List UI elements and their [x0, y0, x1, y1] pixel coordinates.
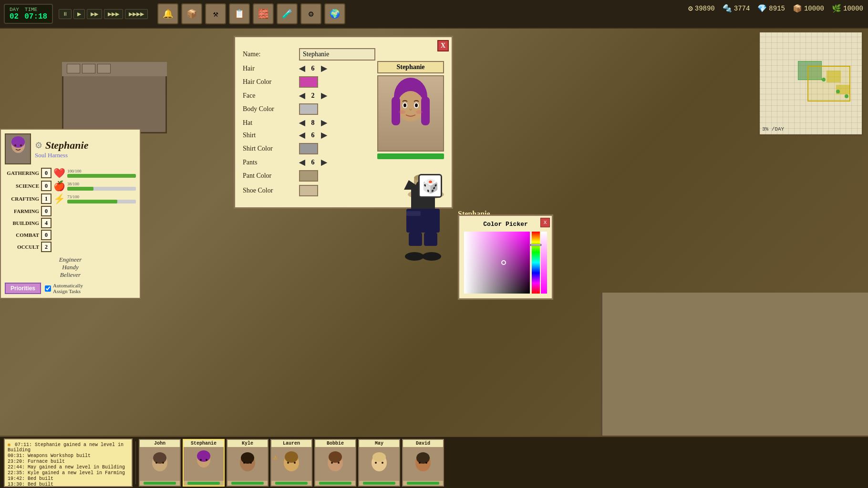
color-picker-controls	[464, 232, 547, 294]
gears-icon: ⚙	[688, 4, 693, 13]
bricks-icon[interactable]: 🧱	[253, 3, 274, 24]
dice-button[interactable]: 🎲	[418, 174, 442, 198]
face-prev-btn[interactable]: ◀	[299, 91, 305, 100]
dialog-close-btn[interactable]: X	[437, 40, 449, 51]
chest-icon[interactable]: 📦	[181, 3, 202, 24]
hat-prev-btn[interactable]: ◀	[299, 118, 305, 127]
pants-prev-btn[interactable]: ◀	[299, 158, 305, 167]
boxes-icon: 📦	[793, 4, 802, 13]
name-row: Name:	[243, 48, 444, 61]
crafting-bar-label: 73/100	[67, 194, 136, 199]
char-card-stephanie[interactable]: Stephanie	[183, 439, 225, 487]
hair-color-swatch[interactable]	[299, 76, 318, 88]
char-card-lauren[interactable]: Lauren ⚠	[270, 439, 312, 487]
char-card-john[interactable]: John	[139, 439, 181, 487]
face-next-btn[interactable]: ▶	[321, 91, 327, 100]
crafting-label: CRAFTING	[5, 196, 39, 202]
crafting-table-icon[interactable]: ⚒	[205, 3, 226, 24]
shirt-color-swatch[interactable]	[299, 143, 318, 154]
log-text-2: 00:31: Weapons Workshop built	[8, 453, 91, 458]
hue-slider[interactable]	[532, 232, 540, 294]
svg-point-41	[331, 462, 333, 464]
occult-label: OCCULT	[5, 244, 39, 250]
trait-believer: Believer	[5, 271, 136, 279]
preview-portrait	[377, 75, 444, 152]
hat-label: Hat	[243, 119, 295, 127]
shirt-next-btn[interactable]: ▶	[321, 131, 327, 140]
svg-point-48	[416, 452, 430, 464]
stat-occult: OCCULT 2	[5, 242, 136, 252]
shirt-prev-btn[interactable]: ◀	[299, 131, 305, 140]
body-color-swatch[interactable]	[299, 103, 318, 115]
hue-thumb	[530, 244, 541, 246]
crafting-bar-container: 73/100	[67, 194, 136, 203]
gears-value: 39890	[695, 5, 715, 12]
farming-box: 0	[41, 206, 52, 216]
priorities-button[interactable]: Priorities	[5, 283, 41, 294]
face-value: 2	[309, 92, 317, 100]
bobbie-name: Bobbie	[315, 440, 355, 447]
hair-prev-btn[interactable]: ◀	[299, 64, 305, 73]
svg-point-9	[403, 103, 406, 107]
building-roof	[62, 62, 167, 76]
gradient-crosshair	[501, 260, 506, 265]
char-card-david[interactable]: David	[402, 439, 444, 487]
auto-assign-checkbox[interactable]	[45, 285, 51, 292]
fast-btn[interactable]: ▶▶	[87, 9, 102, 19]
color-gradient[interactable]	[464, 232, 530, 294]
shirt-value: 6	[309, 132, 317, 139]
may-bar	[363, 482, 395, 485]
david-bar	[407, 482, 439, 485]
body-color-label: Body Color	[243, 105, 295, 113]
combat-box: 0	[41, 230, 52, 240]
svg-point-45	[375, 462, 377, 464]
svg-point-40	[329, 451, 342, 463]
name-input[interactable]	[299, 48, 375, 61]
svg-rect-7	[421, 97, 430, 125]
svg-point-30	[206, 459, 207, 461]
play-btn[interactable]: ▶	[73, 9, 85, 19]
anvil-icon[interactable]: ⚙	[300, 3, 321, 24]
building-label: BUILDING	[5, 220, 39, 226]
gems-value: 8915	[769, 5, 785, 12]
trait-engineer: Engineer	[5, 256, 136, 264]
shoe-color-swatch[interactable]	[299, 185, 318, 196]
gathering-label: GATHERING	[5, 170, 39, 176]
svg-point-49	[419, 462, 421, 464]
clipboard-icon[interactable]: 📋	[229, 3, 250, 24]
bolts-icon: 🔩	[723, 4, 732, 13]
svg-point-1	[11, 136, 25, 148]
bar-divider	[135, 441, 136, 484]
pause-btn[interactable]: ⏸	[59, 9, 72, 19]
pants-next-btn[interactable]: ▶	[321, 158, 327, 167]
globe-icon[interactable]: 🌍	[324, 3, 345, 24]
char-card-bobbie[interactable]: Bobbie	[314, 439, 356, 487]
lauren-name: Lauren	[271, 440, 311, 447]
bottom-bar: ◉ 07:11: Stephanie gained a new level in…	[0, 436, 868, 488]
fastest-btn[interactable]: ▶▶▶▶	[125, 9, 148, 19]
faster-btn[interactable]: ▶▶▶	[104, 9, 123, 19]
char-info: ⚙ Stephanie Soul Harness	[35, 139, 88, 159]
saturation-slider[interactable]	[541, 232, 547, 294]
color-picker-close-btn[interactable]: X	[540, 218, 550, 227]
time-label: TIME	[25, 7, 37, 12]
hat-next-btn[interactable]: ▶	[321, 118, 327, 127]
stats-section: GATHERING 0 ❤️ 100/100 SCIENCE 0 🍎 38/10…	[5, 167, 136, 252]
lauren-bar	[275, 482, 307, 485]
pant-color-label: Pant Color	[243, 172, 295, 180]
char-card-kyle[interactable]: Kyle	[227, 439, 269, 487]
svg-point-11	[415, 103, 418, 107]
stephanie-name: Stephanie	[184, 440, 224, 447]
bell-icon[interactable]: 🔔	[157, 3, 178, 24]
priorities-section: Priorities AutomaticallyAssign Tasks	[5, 283, 136, 294]
hair-next-btn[interactable]: ▶	[321, 64, 327, 73]
svg-point-5	[397, 91, 424, 122]
science-box: 0	[41, 181, 52, 191]
playback-controls: ⏸ ▶ ▶▶ ▶▶▶ ▶▶▶▶	[59, 9, 148, 19]
svg-point-32	[241, 452, 254, 464]
char-card-may[interactable]: May	[358, 439, 400, 487]
crafting-box: 1	[41, 193, 52, 204]
pant-color-swatch[interactable]	[299, 170, 318, 182]
resource-gears: ⚙ 39890	[688, 4, 715, 13]
potion-icon[interactable]: 🧪	[277, 3, 298, 24]
